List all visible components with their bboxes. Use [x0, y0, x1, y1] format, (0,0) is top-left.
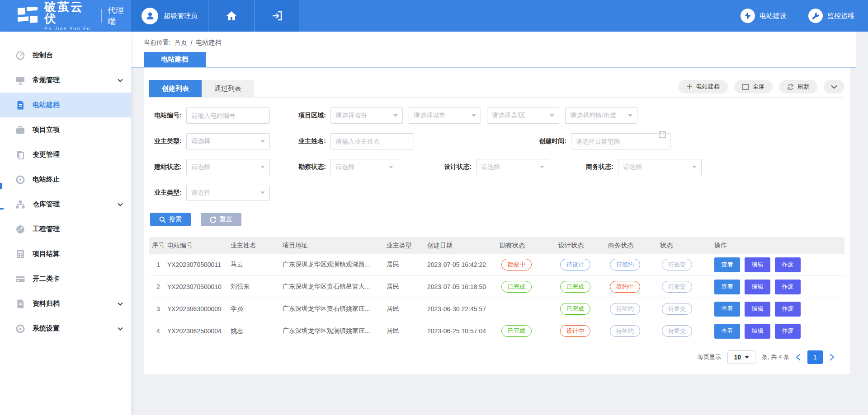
sidebar-item-console[interactable]: 控制台 [0, 43, 131, 68]
tab-create-list[interactable]: 创建列表 [149, 80, 202, 97]
wrench-icon [812, 12, 820, 20]
per-page-select[interactable]: 10 [727, 350, 755, 364]
prev-page-button[interactable] [796, 354, 801, 361]
user-icon [145, 11, 155, 21]
fullscreen-icon [742, 84, 749, 90]
caret-icon [692, 166, 697, 168]
owner-type2-select[interactable]: 请选择 [186, 185, 270, 201]
void-button[interactable]: 作废 [775, 324, 801, 339]
breadcrumb-home[interactable]: 首页 [175, 39, 187, 46]
search-button[interactable]: 搜索 [150, 213, 191, 226]
county-select[interactable]: 请选择县/区 [487, 107, 559, 124]
view-button[interactable]: 查看 [714, 324, 740, 339]
status-badge: 待提交 [662, 303, 692, 315]
refresh-button[interactable]: 刷新 [779, 80, 817, 93]
sidebar-item-general-mgmt[interactable]: 常规管理 [0, 68, 131, 93]
user-menu[interactable]: 超级管理员 [131, 0, 208, 32]
status-badge: 签约中 [610, 281, 640, 293]
caret-icon [260, 166, 265, 168]
city-select[interactable]: 请选择城市 [409, 107, 481, 124]
tab-passed-list[interactable]: 通过列表 [202, 80, 254, 97]
edit-button[interactable]: 编辑 [745, 302, 770, 317]
void-button[interactable]: 作废 [775, 257, 801, 272]
toolbar: 创建列表 通过列表 电站建档 全屏 [149, 68, 844, 98]
page-tab-station-archive[interactable]: 电站建档 [144, 52, 206, 67]
business-status-select[interactable]: 请选择 [618, 159, 702, 175]
survey-status-select[interactable]: 请选择 [330, 159, 398, 175]
caret-icon [628, 114, 632, 117]
sidebar-item-engineering-mgmt[interactable]: 工程管理 [0, 217, 131, 242]
station-code-input[interactable] [186, 107, 270, 124]
chevron-left-icon [796, 354, 801, 361]
per-page-label: 每页显示 [698, 353, 721, 361]
void-button[interactable]: 作废 [775, 302, 801, 317]
sidebar-item-project-settlement[interactable]: 项目结算 [0, 242, 131, 266]
design-status-select[interactable]: 请选择 [476, 159, 549, 175]
breadcrumb-strip: 当前位置: 首页 / 电站建档 电站建档 [131, 32, 856, 68]
sidebar-scroll-indicator [0, 208, 4, 210]
build-status-select[interactable]: 请选择 [186, 159, 270, 175]
logo-icon [17, 7, 38, 24]
nav-label: 电站建设 [760, 12, 787, 20]
reset-button[interactable]: 重置 [201, 213, 241, 226]
nav-station-build[interactable]: 电站建设 [741, 9, 787, 23]
logout-button[interactable] [254, 0, 299, 32]
filter-label: 电站编号: [149, 112, 182, 120]
table-row: 3 YX2023063000009 学员 广东深圳龙华区黄石镇姚家庄... 居民… [149, 298, 844, 320]
filter-label: 项目区域: [293, 112, 326, 120]
filter-label: 创建时间: [534, 137, 566, 145]
card-icon [15, 274, 25, 284]
sidebar-item-label: 仓库管理 [33, 200, 60, 209]
sidebar-item-label: 系统设置 [33, 324, 60, 333]
caret-icon [745, 356, 749, 359]
sidebar-item-station-archive[interactable]: 电站建档 [0, 93, 131, 117]
create-station-button[interactable]: 电站建档 [678, 80, 728, 93]
owner-name-input[interactable] [330, 133, 414, 149]
void-button[interactable]: 作废 [775, 280, 801, 294]
sidebar-item-system-settings[interactable]: 系统设置 [0, 316, 131, 341]
home-button[interactable] [208, 0, 254, 32]
edit-button[interactable]: 编辑 [745, 280, 770, 294]
sidebar-item-project-initiation[interactable]: 项目立项 [0, 117, 131, 142]
view-button[interactable]: 查看 [714, 257, 740, 272]
filter-label: 业主类型: [149, 137, 182, 145]
sidebar-item-change-mgmt[interactable]: 变更管理 [0, 142, 131, 167]
filter-form: 电站编号: 项目区域: 请选择省份 请选择城市 请选择县/区 请选择村镇 [149, 98, 844, 226]
filter-label: 建站状态: [149, 163, 182, 171]
sidebar-item-warehouse-mgmt[interactable]: 仓库管理 [0, 192, 131, 217]
target-icon [15, 175, 25, 185]
edit-button[interactable]: 编辑 [745, 257, 770, 272]
create-time-range-input[interactable] [571, 133, 670, 149]
sidebar-item-label: 变更管理 [33, 150, 60, 159]
chevron-right-icon [829, 354, 835, 361]
village-select[interactable]: 请选择村镇/街道 [565, 107, 637, 124]
content-card: 创建列表 通过列表 电站建档 全屏 [144, 68, 850, 374]
province-select[interactable]: 请选择省份 [330, 107, 403, 124]
calendar-icon [659, 131, 666, 138]
sidebar-item-label: 资料归档 [33, 299, 60, 308]
page-number-active[interactable]: 1 [807, 350, 823, 364]
sidebar-item-open-class2-card[interactable]: 开二类卡 [0, 266, 131, 291]
view-button[interactable]: 查看 [714, 280, 740, 294]
total-count-label: 条, 共 4 条 [762, 353, 789, 361]
owner-type-select[interactable]: 请选择 [186, 133, 270, 149]
status-badge: 设计中 [560, 325, 590, 337]
next-page-button[interactable] [829, 354, 835, 361]
nav-monitor-ops[interactable]: 监控运维 [808, 9, 854, 23]
sidebar-item-data-archive[interactable]: 资料归档 [0, 291, 131, 316]
sidebar-item-station-termination[interactable]: 电站终止 [0, 167, 131, 192]
fullscreen-button[interactable]: 全屏 [734, 80, 773, 93]
station-table: 序号 电站编号 业主姓名 项目地址 业主类型 创建日期 勘察状态 设计状态 商务… [149, 237, 844, 342]
sidebar-item-label: 开二类卡 [33, 275, 60, 283]
edit-button[interactable]: 编辑 [745, 324, 770, 339]
settings-icon [15, 324, 25, 334]
portal-label: 代理端 [101, 9, 131, 23]
caret-icon [393, 114, 398, 117]
view-button[interactable]: 查看 [714, 302, 740, 317]
breadcrumb-prefix: 当前位置: [144, 39, 171, 46]
collapse-button[interactable] [824, 80, 844, 93]
status-badge: 待签约 [610, 303, 640, 315]
reset-icon [210, 216, 217, 223]
calculator-icon [15, 249, 25, 259]
status-badge: 已完成 [560, 303, 590, 315]
